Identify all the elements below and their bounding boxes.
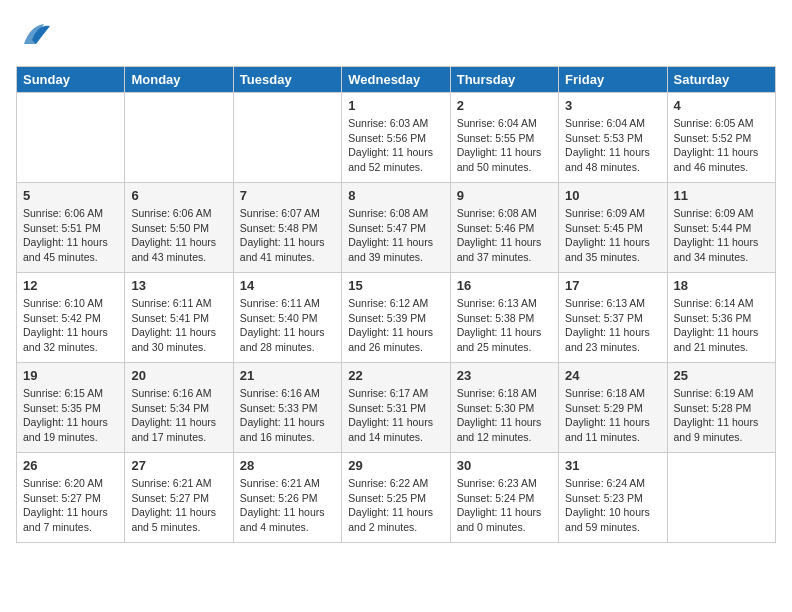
- day-info: Sunrise: 6:17 AMSunset: 5:31 PMDaylight:…: [348, 386, 443, 445]
- calendar-cell: 15Sunrise: 6:12 AMSunset: 5:39 PMDayligh…: [342, 273, 450, 363]
- day-number: 9: [457, 188, 552, 203]
- weekday-header: Sunday: [17, 67, 125, 93]
- weekday-header: Tuesday: [233, 67, 341, 93]
- day-number: 4: [674, 98, 769, 113]
- calendar-cell: [233, 93, 341, 183]
- calendar-cell: 28Sunrise: 6:21 AMSunset: 5:26 PMDayligh…: [233, 453, 341, 543]
- day-number: 22: [348, 368, 443, 383]
- day-number: 2: [457, 98, 552, 113]
- calendar-cell: 22Sunrise: 6:17 AMSunset: 5:31 PMDayligh…: [342, 363, 450, 453]
- day-number: 28: [240, 458, 335, 473]
- day-info: Sunrise: 6:04 AMSunset: 5:53 PMDaylight:…: [565, 116, 660, 175]
- day-info: Sunrise: 6:10 AMSunset: 5:42 PMDaylight:…: [23, 296, 118, 355]
- day-number: 23: [457, 368, 552, 383]
- day-number: 20: [131, 368, 226, 383]
- day-number: 16: [457, 278, 552, 293]
- day-number: 12: [23, 278, 118, 293]
- calendar-cell: 16Sunrise: 6:13 AMSunset: 5:38 PMDayligh…: [450, 273, 558, 363]
- day-info: Sunrise: 6:16 AMSunset: 5:33 PMDaylight:…: [240, 386, 335, 445]
- calendar-cell: 2Sunrise: 6:04 AMSunset: 5:55 PMDaylight…: [450, 93, 558, 183]
- calendar-week-row: 1Sunrise: 6:03 AMSunset: 5:56 PMDaylight…: [17, 93, 776, 183]
- calendar-cell: [17, 93, 125, 183]
- calendar-cell: 30Sunrise: 6:23 AMSunset: 5:24 PMDayligh…: [450, 453, 558, 543]
- day-info: Sunrise: 6:24 AMSunset: 5:23 PMDaylight:…: [565, 476, 660, 535]
- day-number: 26: [23, 458, 118, 473]
- day-info: Sunrise: 6:23 AMSunset: 5:24 PMDaylight:…: [457, 476, 552, 535]
- calendar-week-row: 12Sunrise: 6:10 AMSunset: 5:42 PMDayligh…: [17, 273, 776, 363]
- day-info: Sunrise: 6:09 AMSunset: 5:45 PMDaylight:…: [565, 206, 660, 265]
- day-number: 27: [131, 458, 226, 473]
- day-info: Sunrise: 6:09 AMSunset: 5:44 PMDaylight:…: [674, 206, 769, 265]
- calendar-cell: 13Sunrise: 6:11 AMSunset: 5:41 PMDayligh…: [125, 273, 233, 363]
- logo: [16, 16, 60, 56]
- day-info: Sunrise: 6:13 AMSunset: 5:37 PMDaylight:…: [565, 296, 660, 355]
- day-info: Sunrise: 6:19 AMSunset: 5:28 PMDaylight:…: [674, 386, 769, 445]
- day-number: 15: [348, 278, 443, 293]
- day-number: 17: [565, 278, 660, 293]
- day-info: Sunrise: 6:11 AMSunset: 5:41 PMDaylight:…: [131, 296, 226, 355]
- day-info: Sunrise: 6:08 AMSunset: 5:46 PMDaylight:…: [457, 206, 552, 265]
- day-number: 21: [240, 368, 335, 383]
- calendar-cell: 7Sunrise: 6:07 AMSunset: 5:48 PMDaylight…: [233, 183, 341, 273]
- calendar-cell: 31Sunrise: 6:24 AMSunset: 5:23 PMDayligh…: [559, 453, 667, 543]
- page-header: [16, 16, 776, 56]
- day-number: 5: [23, 188, 118, 203]
- calendar-cell: 23Sunrise: 6:18 AMSunset: 5:30 PMDayligh…: [450, 363, 558, 453]
- day-number: 3: [565, 98, 660, 113]
- day-number: 14: [240, 278, 335, 293]
- calendar-cell: [125, 93, 233, 183]
- calendar-cell: 4Sunrise: 6:05 AMSunset: 5:52 PMDaylight…: [667, 93, 775, 183]
- calendar-cell: 8Sunrise: 6:08 AMSunset: 5:47 PMDaylight…: [342, 183, 450, 273]
- day-info: Sunrise: 6:04 AMSunset: 5:55 PMDaylight:…: [457, 116, 552, 175]
- weekday-header: Saturday: [667, 67, 775, 93]
- calendar-cell: [667, 453, 775, 543]
- day-number: 13: [131, 278, 226, 293]
- day-info: Sunrise: 6:05 AMSunset: 5:52 PMDaylight:…: [674, 116, 769, 175]
- day-info: Sunrise: 6:22 AMSunset: 5:25 PMDaylight:…: [348, 476, 443, 535]
- day-info: Sunrise: 6:13 AMSunset: 5:38 PMDaylight:…: [457, 296, 552, 355]
- weekday-header: Thursday: [450, 67, 558, 93]
- day-info: Sunrise: 6:07 AMSunset: 5:48 PMDaylight:…: [240, 206, 335, 265]
- calendar-cell: 11Sunrise: 6:09 AMSunset: 5:44 PMDayligh…: [667, 183, 775, 273]
- day-number: 18: [674, 278, 769, 293]
- calendar-week-row: 26Sunrise: 6:20 AMSunset: 5:27 PMDayligh…: [17, 453, 776, 543]
- day-info: Sunrise: 6:21 AMSunset: 5:27 PMDaylight:…: [131, 476, 226, 535]
- day-info: Sunrise: 6:21 AMSunset: 5:26 PMDaylight:…: [240, 476, 335, 535]
- calendar-header-row: SundayMondayTuesdayWednesdayThursdayFrid…: [17, 67, 776, 93]
- day-number: 11: [674, 188, 769, 203]
- calendar-cell: 19Sunrise: 6:15 AMSunset: 5:35 PMDayligh…: [17, 363, 125, 453]
- calendar-cell: 10Sunrise: 6:09 AMSunset: 5:45 PMDayligh…: [559, 183, 667, 273]
- day-info: Sunrise: 6:16 AMSunset: 5:34 PMDaylight:…: [131, 386, 226, 445]
- day-info: Sunrise: 6:18 AMSunset: 5:30 PMDaylight:…: [457, 386, 552, 445]
- calendar-cell: 6Sunrise: 6:06 AMSunset: 5:50 PMDaylight…: [125, 183, 233, 273]
- day-number: 30: [457, 458, 552, 473]
- day-number: 6: [131, 188, 226, 203]
- day-number: 19: [23, 368, 118, 383]
- day-info: Sunrise: 6:06 AMSunset: 5:51 PMDaylight:…: [23, 206, 118, 265]
- day-info: Sunrise: 6:03 AMSunset: 5:56 PMDaylight:…: [348, 116, 443, 175]
- logo-icon: [16, 16, 56, 56]
- calendar-cell: 25Sunrise: 6:19 AMSunset: 5:28 PMDayligh…: [667, 363, 775, 453]
- day-number: 25: [674, 368, 769, 383]
- day-number: 29: [348, 458, 443, 473]
- calendar-cell: 14Sunrise: 6:11 AMSunset: 5:40 PMDayligh…: [233, 273, 341, 363]
- day-info: Sunrise: 6:12 AMSunset: 5:39 PMDaylight:…: [348, 296, 443, 355]
- calendar-cell: 17Sunrise: 6:13 AMSunset: 5:37 PMDayligh…: [559, 273, 667, 363]
- day-info: Sunrise: 6:15 AMSunset: 5:35 PMDaylight:…: [23, 386, 118, 445]
- calendar-week-row: 19Sunrise: 6:15 AMSunset: 5:35 PMDayligh…: [17, 363, 776, 453]
- day-info: Sunrise: 6:18 AMSunset: 5:29 PMDaylight:…: [565, 386, 660, 445]
- calendar-cell: 29Sunrise: 6:22 AMSunset: 5:25 PMDayligh…: [342, 453, 450, 543]
- day-info: Sunrise: 6:08 AMSunset: 5:47 PMDaylight:…: [348, 206, 443, 265]
- day-info: Sunrise: 6:20 AMSunset: 5:27 PMDaylight:…: [23, 476, 118, 535]
- calendar-cell: 27Sunrise: 6:21 AMSunset: 5:27 PMDayligh…: [125, 453, 233, 543]
- calendar-cell: 12Sunrise: 6:10 AMSunset: 5:42 PMDayligh…: [17, 273, 125, 363]
- weekday-header: Friday: [559, 67, 667, 93]
- day-info: Sunrise: 6:14 AMSunset: 5:36 PMDaylight:…: [674, 296, 769, 355]
- calendar-table: SundayMondayTuesdayWednesdayThursdayFrid…: [16, 66, 776, 543]
- day-number: 1: [348, 98, 443, 113]
- calendar-cell: 1Sunrise: 6:03 AMSunset: 5:56 PMDaylight…: [342, 93, 450, 183]
- calendar-cell: 18Sunrise: 6:14 AMSunset: 5:36 PMDayligh…: [667, 273, 775, 363]
- day-info: Sunrise: 6:06 AMSunset: 5:50 PMDaylight:…: [131, 206, 226, 265]
- weekday-header: Monday: [125, 67, 233, 93]
- day-info: Sunrise: 6:11 AMSunset: 5:40 PMDaylight:…: [240, 296, 335, 355]
